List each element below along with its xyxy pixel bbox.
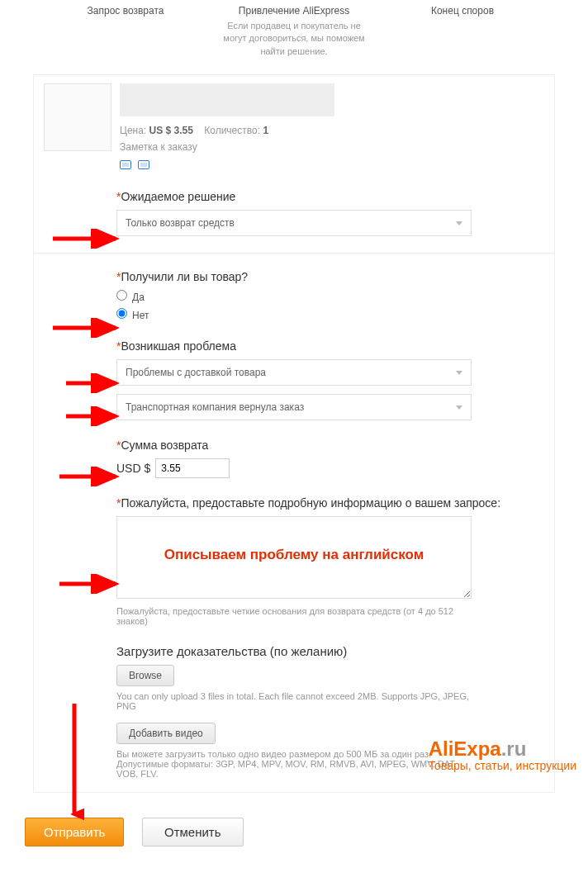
price-value: US $ 3.55 — [149, 125, 193, 136]
product-info: Цена: US $ 3.55 Количество: 1 Заметка к … — [120, 83, 544, 172]
card-icon — [138, 160, 149, 169]
annotation-arrow-down — [64, 700, 84, 824]
problem-reason-select[interactable]: Транспортная компания вернула заказ — [116, 394, 472, 420]
detail-textarea[interactable] — [116, 516, 472, 599]
evidence-hint: You can only upload 3 files in total. Ea… — [116, 691, 472, 711]
annotation-arrow — [50, 318, 124, 338]
price-line: Цена: US $ 3.55 Количество: 1 — [120, 125, 544, 136]
field-label: *Пожалуйста, предоставьте подробную инфо… — [116, 496, 544, 510]
detail-hint: Пожалуйста, предоставьте четкие основани… — [116, 606, 472, 626]
field-label: *Сумма возврата — [116, 439, 544, 452]
watermark: AliExpa.ru Товары, статьи, инструкции — [429, 737, 576, 772]
annotation-arrow — [56, 574, 124, 594]
chevron-down-icon — [456, 405, 462, 410]
footer-actions: Отправить Отменить — [25, 818, 588, 846]
cancel-button[interactable]: Отменить — [142, 818, 244, 846]
chevron-down-icon — [456, 221, 462, 225]
video-hint: Вы можете загрузить только одно видео ра… — [116, 749, 472, 779]
expected-solution-select[interactable]: Только возврат средств — [116, 210, 472, 236]
radio-yes[interactable]: Да — [116, 290, 544, 303]
chevron-down-icon — [456, 371, 462, 375]
product-thumbnail — [44, 83, 111, 151]
select-value: Только возврат средств — [126, 217, 235, 229]
field-label: Загрузите доказательства (по желанию) — [116, 644, 544, 658]
annotation-arrow — [50, 229, 124, 249]
step-subtitle: Если продавец и покупатель не могут дого… — [210, 20, 378, 58]
field-label: *Возникшая проблема — [116, 339, 544, 353]
radio-no[interactable]: Нет — [116, 308, 544, 321]
step-title: Привлечение AliExpress — [210, 5, 378, 17]
radio-input-yes[interactable] — [116, 290, 127, 301]
section-detail: *Пожалуйста, предоставьте подробную инфо… — [34, 496, 554, 626]
refund-amount-input[interactable] — [155, 458, 230, 478]
field-label: *Получили ли вы товар? — [116, 270, 544, 283]
section-evidence: Загрузите доказательства (по желанию) Br… — [34, 644, 554, 711]
problem-category-select[interactable]: Проблемы с доставкой товара — [116, 359, 472, 386]
price-label: Цена: — [120, 125, 146, 136]
select-value: Проблемы с доставкой товара — [126, 367, 266, 378]
browse-button[interactable]: Browse — [116, 665, 174, 686]
annotation-arrow — [56, 467, 124, 486]
field-label: *Ожидаемое решение — [116, 190, 544, 203]
add-video-button[interactable]: Добавить видео — [116, 723, 216, 744]
dispute-form: Цена: US $ 3.55 Количество: 1 Заметка к … — [33, 74, 555, 793]
section-received: *Получили ли вы товар? Да Нет — [34, 253, 554, 321]
step-request: Запрос возврата — [41, 5, 210, 58]
watermark-tagline: Товары, статьи, инструкции — [429, 759, 576, 772]
received-radio-group: Да Нет — [116, 290, 544, 321]
order-note: Заметка к заказу — [120, 141, 544, 153]
step-title: Запрос возврата — [41, 5, 210, 17]
watermark-logo: AliExpa.ru — [429, 737, 576, 761]
product-row: Цена: US $ 3.55 Количество: 1 Заметка к … — [34, 83, 554, 172]
step-end: Конец споров — [378, 5, 547, 58]
qty-label: Количество: — [204, 125, 260, 136]
qty-value: 1 — [263, 125, 268, 136]
product-title-placeholder — [120, 83, 334, 116]
step-title: Конец споров — [378, 5, 547, 17]
annotation-arrow — [63, 406, 124, 426]
select-value: Транспортная компания вернула заказ — [126, 401, 304, 413]
shipping-icon — [120, 160, 131, 169]
guarantee-badges — [120, 159, 544, 172]
step-aliexpress: Привлечение AliExpress Если продавец и п… — [210, 5, 378, 58]
annotation-arrow — [63, 373, 124, 393]
progress-steps: Запрос возврата Привлечение AliExpress Е… — [0, 0, 588, 58]
